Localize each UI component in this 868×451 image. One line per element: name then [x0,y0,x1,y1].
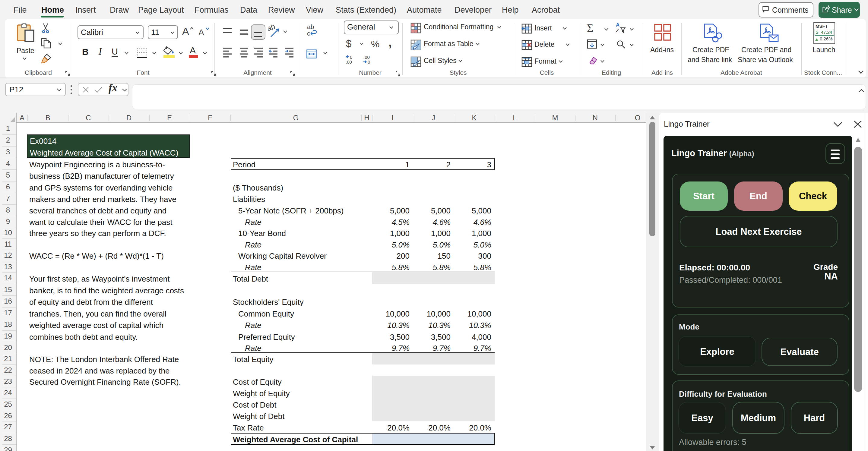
svg-text:0: 0 [350,55,352,60]
svg-text:ab: ab [269,24,276,33]
svg-text:.00: .00 [364,55,370,60]
svg-text:c: c [307,30,310,37]
svg-text:0: 0 [368,59,370,64]
svg-text:.00: .00 [346,59,352,64]
svg-text:ab: ab [307,24,314,30]
svg-text:Z: Z [616,28,619,33]
svg-text:A: A [616,22,619,28]
